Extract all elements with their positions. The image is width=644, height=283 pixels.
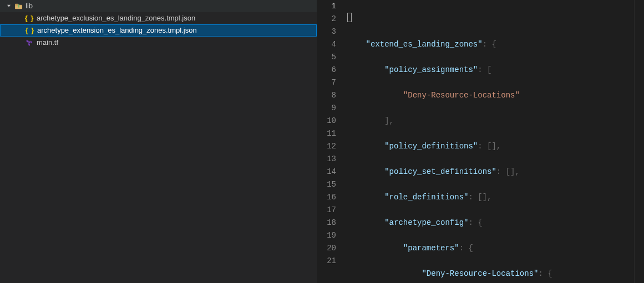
json-icon: { }	[24, 12, 34, 24]
file-tree: lib { } archetype_exclusion_es_landing_z…	[0, 0, 317, 49]
file-archetype-exclusion[interactable]: { } archetype_exclusion_es_landing_zones…	[0, 12, 317, 24]
line-gutter: 1 2 3 4 5 6 7 8 9 10 11 12 13 14 15 16 1…	[317, 0, 344, 283]
line-number: 13	[317, 153, 336, 166]
chevron-down-icon	[4, 3, 13, 9]
line-number: 18	[317, 217, 336, 229]
svg-rect-1	[14, 3, 18, 5]
line-number: 20	[317, 242, 336, 255]
code-line: "Deny-Resource-Locations"	[347, 89, 634, 102]
line-number: 19	[317, 229, 336, 242]
code-line: "role_definitions": [],	[347, 191, 634, 204]
line-number: 7	[317, 76, 336, 89]
minimap[interactable]	[634, 0, 644, 283]
line-number: 2	[317, 13, 336, 25]
folder-label: lib	[26, 0, 33, 12]
app-root: lib { } archetype_exclusion_es_landing_z…	[0, 0, 644, 283]
line-number: 21	[317, 255, 336, 267]
file-archetype-extension[interactable]: { } archetype_extension_es_landing_zones…	[0, 24, 317, 37]
line-number: 12	[317, 140, 336, 153]
folder-icon	[13, 2, 23, 11]
code-line	[347, 13, 634, 25]
file-label: archetype_exclusion_es_landing_zones.tmp…	[37, 12, 195, 24]
file-label: archetype_extension_es_landing_zones.tmp…	[37, 25, 197, 36]
line-number: 11	[317, 127, 336, 140]
code-line: ],	[347, 115, 634, 127]
code-line: "policy_assignments": [	[347, 64, 634, 76]
svg-rect-3	[18, 4, 19, 7]
line-number: 5	[317, 51, 336, 64]
file-main-tf[interactable]: main.tf	[0, 37, 317, 49]
line-number: 16	[317, 191, 336, 204]
file-label: main.tf	[37, 37, 58, 49]
line-number: 9	[317, 102, 336, 115]
code-line: "policy_set_definitions": [],	[347, 166, 634, 178]
folder-lib[interactable]: lib	[0, 0, 317, 12]
json-icon: { }	[25, 25, 35, 36]
code-content[interactable]: "extend_es_landing_zones": { "policy_ass…	[344, 0, 634, 283]
code-line: "Deny-Resource-Locations": {	[347, 267, 634, 280]
line-number: 8	[317, 89, 336, 102]
code-line: "policy_definitions": [],	[347, 140, 634, 153]
line-number: 14	[317, 166, 336, 178]
line-number: 4	[317, 38, 336, 51]
terraform-icon	[24, 39, 34, 47]
cursor	[347, 13, 352, 22]
line-number: 6	[317, 64, 336, 76]
line-number: 15	[317, 178, 336, 191]
code-line: "extend_es_landing_zones": {	[347, 38, 634, 51]
explorer-sidebar: lib { } archetype_exclusion_es_landing_z…	[0, 0, 317, 283]
code-editor[interactable]: 1 2 3 4 5 6 7 8 9 10 11 12 13 14 15 16 1…	[317, 0, 644, 283]
line-number: 3	[317, 25, 336, 38]
code-line: "archetype_config": {	[347, 217, 634, 229]
line-number: 17	[317, 204, 336, 217]
line-number: 10	[317, 115, 336, 127]
line-number: 1	[317, 0, 336, 13]
code-line: "parameters": {	[347, 242, 634, 255]
